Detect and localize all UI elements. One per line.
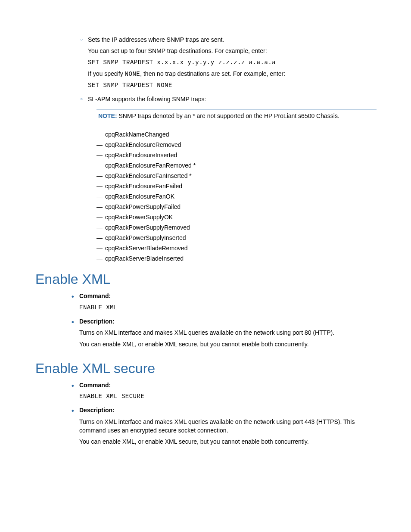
body-text: You can set up to four SNMP trap destina…: [88, 47, 377, 55]
body-text: Turns on XML interface and makes XML que…: [79, 417, 377, 435]
code-text: SET SNMP TRAPDEST x.x.x.x y.y.y.y z.z.z.…: [88, 58, 377, 67]
note-text: SNMP traps denoted by an * are not suppo…: [117, 112, 339, 119]
heading-enable-xml-secure: Enable XML secure: [35, 361, 377, 376]
bullet-icon: ○: [80, 95, 88, 106]
code-text: SET SNMP TRAPDEST NONE: [88, 81, 377, 90]
description-label: Description:: [79, 407, 115, 414]
list-item: —cpqRackServerBladeRemoved: [97, 245, 377, 252]
command-label: Command:: [79, 382, 111, 389]
command-label: Command:: [79, 292, 111, 299]
sub-content: Sets the IP addresses where SNMP traps a…: [88, 35, 377, 92]
list-item: —cpqRackPowerSupplyOK: [97, 214, 377, 221]
list-item: —cpqRackEnclosureFanRemoved *: [97, 162, 377, 169]
body-text: You can enable XML, or enable XML secure…: [79, 437, 377, 446]
sub-content: SL-APM supports the following SNMP traps…: [88, 95, 377, 106]
list-item: —cpqRackPowerSupplyInserted: [97, 234, 377, 241]
list-item: —cpqRackEnclosureFanFailed: [97, 183, 377, 190]
list-item: • Description: Turns on XML interface an…: [72, 317, 377, 351]
list-item: —cpqRackEnclosureFanInserted *: [97, 172, 377, 179]
list-item: —cpqRackPowerSupplyFailed: [97, 203, 377, 210]
list-item: —cpqRackNameChanged: [97, 131, 377, 138]
code-text: ENABLE XML: [79, 303, 377, 312]
body-text: You can enable XML, or enable XML secure…: [79, 340, 377, 348]
list-item: • Command: ENABLE XML SECURE: [72, 381, 377, 404]
bullet-icon: •: [72, 292, 79, 314]
body-text: If you specify NONE, then no trap destin…: [88, 69, 377, 78]
bullet-icon: ○: [80, 35, 88, 92]
note-callout: NOTE: SNMP traps denoted by an * are not…: [97, 109, 377, 124]
list-item: —cpqRackEnclosureRemoved: [97, 141, 377, 148]
description-label: Description:: [79, 318, 115, 325]
sub-list-item: ○ SL-APM supports the following SNMP tra…: [80, 95, 377, 106]
bullet-icon: •: [72, 406, 79, 448]
heading-enable-xml: Enable XML: [35, 271, 377, 287]
body-text: Sets the IP addresses where SNMP traps a…: [88, 35, 377, 44]
list-item: —cpqRackPowerSupplyRemoved: [97, 224, 377, 231]
bullet-icon: •: [72, 317, 79, 351]
trap-list: —cpqRackNameChanged —cpqRackEnclosureRem…: [97, 131, 377, 262]
list-item: • Command: ENABLE XML: [72, 292, 377, 314]
list-item: • Description: Turns on XML interface an…: [72, 406, 377, 448]
code-text: ENABLE XML SECURE: [79, 392, 377, 401]
list-item: —cpqRackEnclosureFanOK: [97, 193, 377, 200]
note-label: NOTE:: [98, 112, 117, 119]
body-text: Turns on XML interface and makes XML que…: [79, 328, 377, 337]
bullet-icon: •: [72, 381, 79, 404]
list-item: —cpqRackServerBladeInserted: [97, 255, 377, 262]
body-text: SL-APM supports the following SNMP traps…: [88, 95, 377, 103]
list-item: —cpqRackEnclosureInserted: [97, 152, 377, 159]
sub-list-item: ○ Sets the IP addresses where SNMP traps…: [80, 35, 377, 92]
